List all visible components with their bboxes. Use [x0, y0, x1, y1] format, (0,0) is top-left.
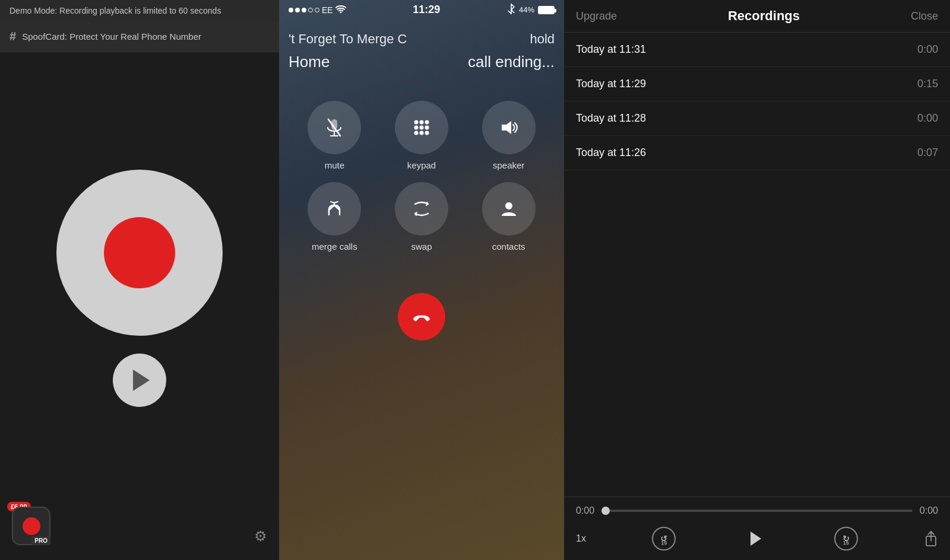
- share-icon: [924, 530, 938, 547]
- keypad-button[interactable]: keypad: [384, 101, 460, 170]
- merge-calls-label: merge calls: [312, 241, 357, 252]
- recording-time-3: Today at 11:28: [576, 112, 646, 125]
- call-top-row: 't Forget To Merge C hold: [289, 31, 555, 47]
- recording-item-4[interactable]: Today at 11:26 0:07: [564, 136, 950, 170]
- demo-banner-text: Demo Mode: Recording playback is limited…: [10, 6, 221, 15]
- call-home-label: Home: [289, 53, 330, 71]
- pro-icon-wrap[interactable]: £6.99 PRO: [12, 507, 53, 548]
- player-total-time: 0:00: [920, 505, 938, 516]
- player-play-button[interactable]: [742, 526, 768, 552]
- progress-thumb: [601, 507, 610, 515]
- playback-speed[interactable]: 1x: [576, 533, 586, 544]
- record-area: [0, 52, 279, 560]
- share-button[interactable]: [924, 530, 938, 547]
- skip-fwd-label: 15: [843, 540, 849, 546]
- left-panel: Demo Mode: Recording playback is limited…: [0, 0, 279, 560]
- speaker-label: speaker: [493, 160, 524, 170]
- status-time: 11:29: [413, 4, 440, 16]
- signal-dot-1: [289, 8, 293, 12]
- bottom-left-area: £6.99 PRO: [12, 507, 53, 548]
- player-area: 0:00 0:00 1x ↺ 15 ↻ 15: [564, 497, 950, 560]
- svg-point-6: [420, 121, 423, 124]
- call-forget-text: 't Forget To Merge C: [289, 31, 407, 47]
- skip-back-button[interactable]: ↺ 15: [652, 527, 676, 551]
- upgrade-button[interactable]: Upgrade: [576, 10, 617, 23]
- end-call-icon: [411, 306, 432, 327]
- call-ending-label: call ending...: [468, 53, 555, 71]
- spoofcard-text: SpoofCard: Protect Your Real Phone Numbe…: [22, 31, 201, 42]
- svg-point-7: [425, 121, 428, 124]
- merge-calls-icon: [324, 198, 345, 219]
- settings-button[interactable]: ⚙: [254, 528, 267, 545]
- recording-time-1: Today at 11:31: [576, 43, 646, 56]
- battery-percent: 44%: [519, 5, 534, 14]
- mute-button[interactable]: mute: [297, 101, 372, 170]
- mute-icon: [324, 117, 345, 138]
- swap-circle: [395, 182, 448, 236]
- record-button[interactable]: [56, 170, 223, 336]
- skip-fwd-button[interactable]: ↻ 15: [834, 527, 858, 551]
- call-info: 't Forget To Merge C hold Home call endi…: [279, 20, 564, 77]
- recording-duration-2: 0:15: [917, 78, 938, 90]
- player-play-icon: [750, 532, 761, 546]
- merge-calls-button[interactable]: merge calls: [297, 182, 372, 252]
- svg-point-10: [425, 126, 428, 129]
- svg-point-0: [340, 12, 341, 14]
- speaker-icon: [498, 117, 520, 138]
- recording-duration-4: 0:07: [917, 147, 938, 159]
- contacts-icon: [498, 198, 520, 219]
- progress-bar[interactable]: [601, 510, 913, 512]
- recording-item-2[interactable]: Today at 11:29 0:15: [564, 67, 950, 101]
- hash-icon: #: [10, 30, 16, 43]
- spoofcard-bar[interactable]: # SpoofCard: Protect Your Real Phone Num…: [0, 21, 279, 52]
- play-button[interactable]: [113, 354, 166, 407]
- svg-point-12: [420, 132, 423, 135]
- status-right: 44%: [507, 4, 555, 16]
- svg-point-5: [414, 121, 417, 124]
- gear-icon: ⚙: [254, 528, 267, 544]
- svg-point-9: [420, 126, 423, 129]
- contacts-label: contacts: [492, 241, 525, 252]
- player-time-row: 0:00 0:00: [576, 505, 938, 516]
- demo-banner: Demo Mode: Recording playback is limited…: [0, 0, 279, 21]
- svg-point-16: [505, 202, 512, 209]
- mute-label: mute: [325, 160, 344, 170]
- pro-label: PRO: [31, 536, 50, 545]
- signal-dots: [289, 8, 319, 12]
- keypad-circle: [395, 101, 448, 154]
- signal-dot-2: [295, 8, 300, 12]
- recording-duration-1: 0:00: [917, 43, 938, 56]
- middle-panel: EE 11:29 44% 't Forget To Merge C hold H…: [279, 0, 564, 560]
- player-controls-row: 1x ↺ 15 ↻ 15: [576, 521, 938, 552]
- svg-point-13: [425, 132, 428, 135]
- status-left: EE: [289, 5, 346, 15]
- play-triangle-icon: [133, 370, 150, 391]
- end-call-button[interactable]: [398, 293, 445, 341]
- close-button[interactable]: Close: [911, 10, 938, 23]
- speaker-button[interactable]: speaker: [471, 101, 546, 170]
- bluetooth-icon: [507, 4, 515, 16]
- recordings-header: Upgrade Recordings Close: [564, 0, 950, 33]
- svg-marker-14: [502, 121, 511, 134]
- call-bottom-row: Home call ending...: [289, 53, 555, 71]
- recording-item-3[interactable]: Today at 11:28 0:00: [564, 101, 950, 136]
- right-panel: Upgrade Recordings Close Today at 11:31 …: [564, 0, 950, 560]
- call-hold-text: hold: [530, 31, 555, 47]
- contacts-button[interactable]: contacts: [471, 182, 546, 252]
- record-dot: [104, 217, 175, 288]
- svg-point-8: [414, 126, 417, 129]
- speaker-circle: [482, 101, 536, 154]
- keypad-label: keypad: [407, 160, 436, 170]
- signal-dot-4: [308, 8, 313, 12]
- end-call-area: [279, 263, 564, 358]
- recordings-title: Recordings: [728, 8, 800, 24]
- recording-item-1[interactable]: Today at 11:31 0:00: [564, 33, 950, 67]
- status-bar: EE 11:29 44%: [279, 0, 564, 20]
- mute-circle: [308, 101, 361, 154]
- keypad-icon: [411, 117, 432, 138]
- carrier-label: EE: [322, 5, 333, 15]
- pro-record-dot: [23, 517, 40, 535]
- recording-duration-3: 0:00: [917, 112, 938, 125]
- player-current-time: 0:00: [576, 505, 594, 516]
- swap-button[interactable]: swap: [384, 182, 460, 252]
